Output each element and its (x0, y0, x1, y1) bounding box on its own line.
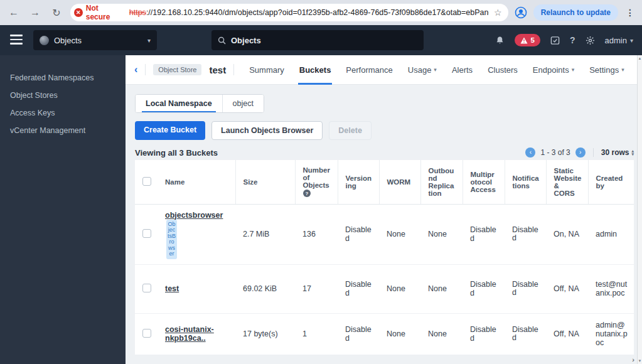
entity-type-badge: Object Store (153, 64, 201, 75)
back-chevron-icon[interactable]: ‹ (134, 65, 137, 75)
row-checkbox[interactable] (142, 284, 151, 292)
multiprotocol-access-cell: Disabled (463, 204, 505, 264)
reload-icon[interactable]: ↻ (49, 5, 64, 20)
address-bar[interactable]: ✕ Not secure https://192.168.10.25:9440/… (70, 4, 508, 21)
divider (233, 64, 234, 75)
url-text: https://192.168.10.25:9440/dm/objects/ap… (129, 8, 489, 17)
size-cell: 17 byte(s) (235, 313, 295, 355)
list-header: Viewing all 3 Buckets ‹ 1 - 3 of 3 › 30 … (135, 147, 634, 158)
create-bucket-button[interactable]: Create Bucket (135, 121, 205, 140)
chevron-down-icon: ▾ (147, 37, 151, 44)
sidebar-item-object-stores[interactable]: Object Stores (0, 87, 126, 104)
not-secure-label: Not secure (86, 4, 124, 21)
outbound-replication-cell: None (420, 264, 463, 313)
bucket-name-cell: test (158, 264, 235, 313)
url-protocol: https (129, 8, 146, 17)
worm-cell: None (379, 264, 420, 313)
static-website-cell: Off, NA (546, 313, 588, 355)
sidebar-item-vcenter-management[interactable]: vCenter Management (0, 122, 126, 139)
user-menu[interactable]: admin ▾ (605, 36, 633, 45)
horizontal-scroll-right-icon[interactable]: › (632, 356, 634, 363)
objects-count-cell: 136 (295, 204, 338, 264)
global-search-input[interactable]: Objects (211, 30, 424, 50)
page-prev-icon[interactable]: ‹ (525, 147, 535, 158)
rows-per-page-select[interactable]: 30 rows ▴▾ (601, 148, 634, 157)
col-worm: WORM (379, 160, 420, 204)
tasks-icon[interactable] (550, 36, 560, 45)
tab-usage-label: Usage (408, 55, 432, 85)
table-header-row: Name Size Number of Objects ? Versioning… (135, 160, 634, 204)
tab-clusters[interactable]: Clusters (488, 55, 518, 85)
row-select-cell (135, 204, 158, 264)
bookmark-star-icon[interactable]: ☆ (494, 8, 502, 18)
col-notifications: Notifications (505, 160, 546, 204)
sidebar-item-federated-namespaces[interactable]: Federated Namespaces (0, 69, 126, 87)
action-buttons: Create Bucket Launch Objects Browser Del… (135, 121, 372, 140)
objects-app-icon (40, 36, 49, 45)
url-rest: ://192.168.10.25:9440/dm/objects/app?oid… (146, 8, 489, 17)
sidebar-item-access-keys[interactable]: Access Keys (0, 104, 126, 122)
user-name: admin (605, 36, 627, 45)
created-by-cell: test@nutanix.poc (588, 264, 634, 313)
bucket-name-cell: cosi-nutanix-nkpb19ca.. (158, 313, 235, 355)
bucket-name-link[interactable]: objectsbrowser (165, 211, 223, 220)
browser-menu-icon[interactable]: ⋮ (624, 8, 636, 18)
notifications-cell: Disabled (505, 313, 546, 355)
forward-icon[interactable]: → (28, 5, 43, 20)
tab-endpoints[interactable]: Endpoints▾ (533, 55, 574, 85)
rows-per-page-value: 30 rows (601, 148, 629, 157)
app-header: Objects ▾ Objects 5 ? (0, 25, 642, 55)
objects-count-cell: 17 (295, 264, 338, 313)
created-by-cell: admin (588, 204, 634, 264)
delete-button: Delete (329, 121, 372, 140)
search-icon (218, 36, 226, 45)
scroll-down-icon[interactable]: ▼ (638, 359, 642, 363)
worm-cell: None (379, 313, 420, 355)
app-selector[interactable]: Objects ▾ (33, 30, 157, 50)
profile-icon[interactable] (515, 6, 527, 19)
help-icon[interactable]: ? (303, 190, 311, 197)
relaunch-button[interactable]: Relaunch to update (533, 4, 618, 21)
static-website-cell: On, NA (546, 204, 588, 264)
page-next-icon[interactable]: › (575, 147, 586, 158)
tab-summary[interactable]: Summary (249, 55, 284, 85)
launch-objects-browser-button[interactable]: Launch Objects Browser (211, 121, 323, 140)
col-created-by: Created by (588, 160, 634, 204)
alerts-badge[interactable]: 5 (515, 34, 540, 46)
tab-alerts[interactable]: Alerts (452, 55, 473, 85)
tab-buckets[interactable]: Buckets (299, 55, 331, 85)
stepper-icon: ▴▾ (631, 149, 634, 156)
help-menu-icon[interactable]: ? (570, 35, 575, 45)
chevron-down-icon: ▾ (630, 37, 633, 44)
row-select-cell (135, 313, 158, 355)
col-outbound-replication: Outbound Replication (420, 160, 463, 204)
col-static-website-cors: Static Website & CORS (546, 160, 588, 204)
scroll-up-icon[interactable]: ▲ (638, 56, 642, 60)
multiprotocol-access-cell: Disabled (463, 313, 505, 355)
tab-usage[interactable]: Usage▾ (408, 55, 437, 85)
multiprotocol-access-cell: Disabled (463, 264, 505, 313)
tab-local-namespace[interactable]: Local Namespace (136, 95, 222, 112)
versioning-cell: Disabled (338, 313, 379, 355)
static-website-cell: Off, NA (546, 264, 588, 313)
bell-icon[interactable] (495, 36, 505, 45)
tab-settings[interactable]: Settings▾ (589, 55, 624, 85)
vertical-scrollbar[interactable]: ▲ ▼ (637, 55, 642, 364)
bucket-name-link[interactable]: test (165, 284, 179, 293)
table-row: test 69.02 KiB 17 Disabled None None Dis… (135, 264, 634, 313)
tab-performance[interactable]: Performance (346, 55, 392, 85)
hamburger-menu-icon[interactable] (10, 35, 23, 47)
chevron-down-icon: ▾ (621, 55, 624, 85)
row-checkbox[interactable] (142, 329, 151, 338)
namespace-tabs: Local Namespace object (135, 94, 264, 113)
tab-object[interactable]: object (222, 95, 264, 112)
not-secure-badge[interactable]: ✕ Not secure (74, 4, 124, 21)
row-checkbox[interactable] (142, 229, 151, 238)
outbound-replication-cell: None (420, 204, 463, 264)
bucket-name-link[interactable]: cosi-nutanix-nkpb19ca.. (165, 325, 214, 343)
select-all-checkbox[interactable] (142, 177, 151, 186)
back-icon[interactable]: ← (6, 5, 21, 20)
select-all-cell (135, 160, 158, 204)
gear-icon[interactable] (586, 36, 595, 45)
size-cell: 2.7 MiB (235, 204, 295, 264)
